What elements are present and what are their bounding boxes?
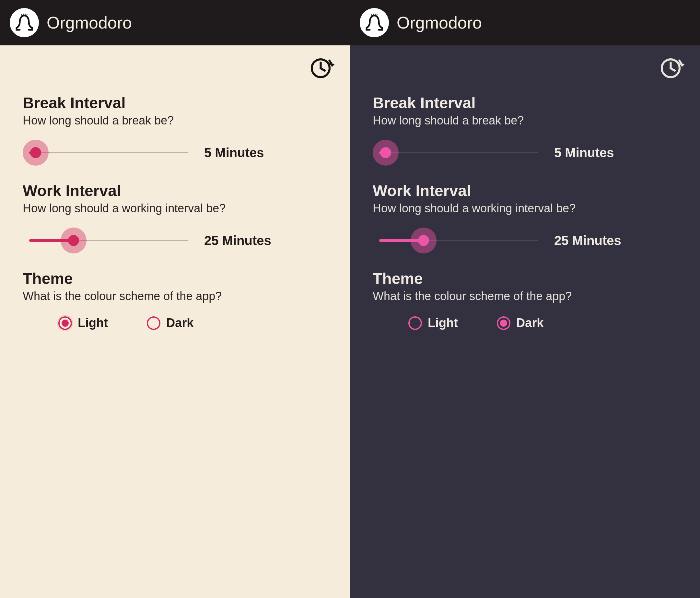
theme-radio-light-label: Light (78, 316, 108, 330)
clock-history-icon (658, 54, 684, 80)
settings-screen-light: Orgmodoro Break Interval How long should… (0, 0, 350, 598)
theme-radio-light[interactable]: Light (408, 316, 458, 330)
settings-body: Break Interval How long should a break b… (350, 45, 700, 598)
work-interval-slider[interactable] (29, 231, 188, 250)
settings-screen-dark: Orgmodoro Break Interval How long should… (350, 0, 700, 598)
svg-line-6 (671, 68, 675, 71)
omega-icon (14, 12, 35, 33)
settings-body: Break Interval How long should a break b… (0, 45, 350, 598)
app-title: Orgmodoro (397, 13, 482, 32)
theme-title: Theme (373, 270, 677, 288)
app-logo (360, 8, 389, 37)
clock-history-icon (308, 54, 334, 80)
break-interval-value: 5 Minutes (554, 146, 614, 160)
work-interval-title: Work Interval (23, 182, 327, 200)
app-bar: Orgmodoro (0, 0, 350, 45)
theme-radio-dark[interactable]: Dark (497, 316, 544, 330)
theme-radio-light-label: Light (428, 316, 458, 330)
svg-line-2 (321, 68, 325, 71)
work-interval-subtitle: How long should a working interval be? (23, 202, 327, 215)
theme-radio-dark[interactable]: Dark (147, 316, 194, 330)
work-interval-slider[interactable] (379, 231, 538, 250)
break-interval-slider[interactable] (29, 143, 188, 163)
theme-section: Theme What is the colour scheme of the a… (23, 270, 327, 330)
theme-subtitle: What is the colour scheme of the app? (373, 290, 677, 303)
work-interval-subtitle: How long should a working interval be? (373, 202, 677, 215)
theme-radio-light[interactable]: Light (58, 316, 108, 330)
work-interval-title: Work Interval (373, 182, 677, 200)
break-interval-title: Break Interval (373, 94, 677, 112)
timer-button[interactable] (308, 54, 334, 80)
radio-icon (147, 316, 160, 330)
theme-radio-dark-label: Dark (166, 316, 194, 330)
break-interval-section: Break Interval How long should a break b… (373, 94, 677, 163)
timer-button[interactable] (658, 54, 684, 80)
radio-icon (408, 316, 422, 330)
theme-section: Theme What is the colour scheme of the a… (373, 270, 677, 330)
work-interval-value: 25 Minutes (204, 233, 271, 248)
break-interval-value: 5 Minutes (204, 146, 264, 160)
app-title: Orgmodoro (47, 13, 132, 32)
app-bar: Orgmodoro (350, 0, 700, 45)
radio-icon (58, 316, 72, 330)
break-interval-subtitle: How long should a break be? (373, 114, 677, 127)
theme-subtitle: What is the colour scheme of the app? (23, 290, 327, 303)
radio-icon (497, 316, 510, 330)
work-interval-section: Work Interval How long should a working … (373, 182, 677, 250)
theme-title: Theme (23, 270, 327, 288)
work-interval-section: Work Interval How long should a working … (23, 182, 327, 250)
break-interval-slider[interactable] (379, 143, 538, 163)
work-interval-value: 25 Minutes (554, 233, 621, 248)
break-interval-subtitle: How long should a break be? (23, 114, 327, 127)
omega-icon (364, 12, 385, 33)
break-interval-title: Break Interval (23, 94, 327, 112)
break-interval-section: Break Interval How long should a break b… (23, 94, 327, 163)
app-logo (10, 8, 39, 37)
theme-radio-dark-label: Dark (516, 316, 544, 330)
